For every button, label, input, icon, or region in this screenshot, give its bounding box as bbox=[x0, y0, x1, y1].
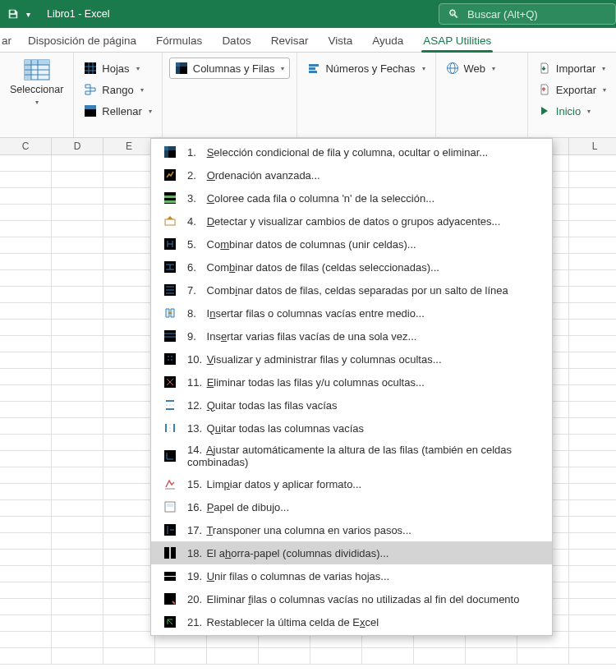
grid-cell[interactable] bbox=[103, 648, 155, 664]
tab-ayuda[interactable]: Ayuda bbox=[362, 30, 413, 52]
grid-cell[interactable] bbox=[52, 336, 103, 352]
grid-cell[interactable] bbox=[103, 402, 155, 417]
grid-cell[interactable] bbox=[52, 582, 103, 598]
hojas-button[interactable]: Hojas ▾ bbox=[80, 58, 154, 79]
tab-datos[interactable]: Datos bbox=[212, 30, 260, 52]
grid-cell[interactable] bbox=[0, 418, 52, 434]
grid-cell[interactable] bbox=[103, 533, 155, 549]
grid-cell[interactable] bbox=[0, 550, 52, 565]
grid-cell[interactable] bbox=[103, 270, 155, 286]
tab-vista[interactable]: Vista bbox=[318, 30, 362, 52]
grid-cell[interactable] bbox=[52, 467, 103, 483]
grid-cell[interactable] bbox=[52, 484, 103, 499]
grid-cell[interactable] bbox=[52, 517, 103, 532]
grid-cell[interactable] bbox=[103, 500, 155, 516]
grid-cell[interactable] bbox=[52, 435, 103, 450]
columnas-filas-button[interactable]: Columnas y Filas ▾ bbox=[169, 58, 291, 79]
grid-cell[interactable] bbox=[569, 402, 616, 417]
grid-cell[interactable] bbox=[0, 648, 52, 664]
menu-item-19[interactable]: 19. Unir filas o columnas de varias hoja… bbox=[151, 564, 552, 587]
search-box[interactable]: 🔍︎ Buscar (Alt+Q) bbox=[439, 3, 616, 25]
menu-item-9[interactable]: 9. Insertar varias filas vacías de una s… bbox=[151, 324, 552, 348]
grid-cell[interactable] bbox=[569, 320, 616, 335]
menu-item-2[interactable]: 2. Ordenación avanzada... bbox=[151, 163, 552, 186]
grid-cell[interactable] bbox=[103, 369, 155, 384]
grid-cell[interactable] bbox=[52, 599, 103, 614]
grid-cell[interactable] bbox=[0, 320, 52, 335]
grid-cell[interactable] bbox=[52, 550, 103, 565]
grid-cell[interactable] bbox=[103, 435, 155, 450]
grid-cell[interactable] bbox=[52, 385, 103, 401]
grid-cell[interactable] bbox=[0, 566, 52, 582]
grid-cell[interactable] bbox=[569, 467, 616, 483]
menu-item-15[interactable]: 15. Limpiar datos y aplicar formato... bbox=[151, 472, 552, 495]
select-button[interactable]: Seleccionar ▾ bbox=[10, 58, 63, 106]
menu-item-13[interactable]: 13. Quitar todas las columnas vacías bbox=[151, 417, 552, 440]
column-header[interactable]: L bbox=[569, 138, 616, 154]
grid-cell[interactable] bbox=[569, 369, 616, 384]
grid-cell[interactable] bbox=[155, 648, 207, 664]
grid-cell[interactable] bbox=[0, 369, 52, 384]
grid-cell[interactable] bbox=[569, 188, 616, 204]
grid-cell[interactable] bbox=[569, 303, 616, 319]
menu-item-4[interactable]: 4. Detectar y visualizar cambios de dato… bbox=[151, 209, 552, 232]
menu-item-11[interactable]: 11. Eliminar todas las filas y/u columna… bbox=[151, 371, 552, 394]
grid-cell[interactable] bbox=[0, 237, 52, 253]
menu-item-10[interactable]: 10. Visualizar y administrar filas y col… bbox=[151, 348, 552, 371]
grid-cell[interactable] bbox=[52, 205, 103, 220]
grid-cell[interactable] bbox=[569, 435, 616, 450]
grid-cell[interactable] bbox=[569, 205, 616, 220]
grid-cell[interactable] bbox=[0, 221, 52, 237]
grid-cell[interactable] bbox=[569, 155, 616, 171]
grid-cell[interactable] bbox=[0, 467, 52, 483]
grid-cell[interactable] bbox=[0, 287, 52, 302]
grid-cell[interactable] bbox=[103, 287, 155, 302]
grid-cell[interactable] bbox=[52, 287, 103, 302]
grid-cell[interactable] bbox=[310, 648, 362, 664]
grid-cell[interactable] bbox=[569, 237, 616, 253]
tab-revisar[interactable]: Revisar bbox=[261, 30, 319, 52]
grid-cell[interactable] bbox=[103, 484, 155, 499]
grid-cell[interactable] bbox=[466, 648, 517, 664]
grid-cell[interactable] bbox=[569, 352, 616, 368]
grid-cell[interactable] bbox=[0, 435, 52, 450]
grid-cell[interactable] bbox=[103, 632, 155, 647]
grid-cell[interactable] bbox=[362, 648, 414, 664]
menu-item-8[interactable]: 8. Insertar filas o columnas vacías entr… bbox=[151, 301, 552, 324]
rango-button[interactable]: Rango ▾ bbox=[80, 79, 154, 100]
grid-cell[interactable] bbox=[0, 402, 52, 417]
grid-cell[interactable] bbox=[52, 237, 103, 253]
grid-cell[interactable] bbox=[103, 320, 155, 335]
grid-cell[interactable] bbox=[103, 221, 155, 237]
column-header[interactable]: C bbox=[0, 138, 52, 154]
grid-cell[interactable] bbox=[0, 172, 52, 187]
tab-fórmulas[interactable]: Fórmulas bbox=[146, 30, 212, 52]
grid-cell[interactable] bbox=[103, 237, 155, 253]
grid-cell[interactable] bbox=[103, 615, 155, 631]
grid-cell[interactable] bbox=[569, 287, 616, 302]
menu-item-1[interactable]: 1. Selección condicional de fila y colum… bbox=[151, 140, 552, 163]
grid-cell[interactable] bbox=[569, 418, 616, 434]
menu-item-12[interactable]: 12. Quitar todas las filas vacías bbox=[151, 394, 552, 417]
grid-cell[interactable] bbox=[569, 566, 616, 582]
exportar-button[interactable]: Exportar ▾ bbox=[535, 79, 609, 100]
grid-cell[interactable] bbox=[0, 385, 52, 401]
grid-cell[interactable] bbox=[0, 533, 52, 549]
inicio-button[interactable]: Inicio ▾ bbox=[535, 100, 609, 122]
tab-disposición-de-página[interactable]: Disposición de página bbox=[18, 30, 146, 52]
grid-cell[interactable] bbox=[52, 352, 103, 368]
menu-item-20[interactable]: 20. Eliminar filas o columnas vacías no … bbox=[151, 587, 552, 610]
tab-asap-utilities[interactable]: ASAP Utilities bbox=[413, 30, 501, 52]
grid-cell[interactable] bbox=[52, 500, 103, 516]
grid-cell[interactable] bbox=[569, 221, 616, 237]
grid-cell[interactable] bbox=[569, 648, 616, 664]
grid-cell[interactable] bbox=[569, 172, 616, 187]
grid-cell[interactable] bbox=[569, 270, 616, 286]
grid-cell[interactable] bbox=[569, 533, 616, 549]
menu-item-3[interactable]: 3. Coloree cada fila o columna 'n' de la… bbox=[151, 186, 552, 209]
menu-item-5[interactable]: 5. Combinar datos de columnas (unir celd… bbox=[151, 232, 552, 255]
grid-cell[interactable] bbox=[0, 352, 52, 368]
menu-item-17[interactable]: 17. Transponer una columna en varios pas… bbox=[151, 518, 552, 541]
column-header[interactable]: E bbox=[103, 138, 155, 154]
grid-cell[interactable] bbox=[52, 533, 103, 549]
